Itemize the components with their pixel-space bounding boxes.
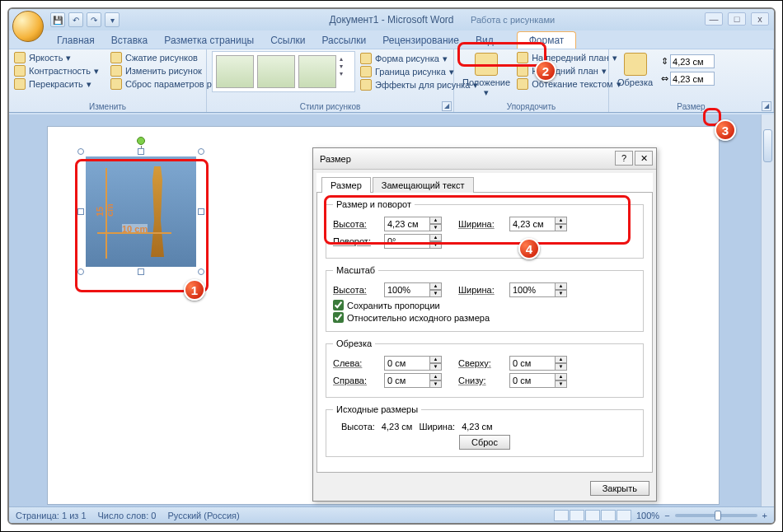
recolor-button[interactable]: Перекрасить ▾ <box>14 77 99 91</box>
tab-review[interactable]: Рецензирование <box>374 32 467 49</box>
bring-front-button[interactable]: На передний план ▾ <box>517 51 621 64</box>
resize-handle[interactable] <box>198 268 204 275</box>
text-wrap-button[interactable]: Обтекание текстом ▾ <box>517 77 621 91</box>
dialog-title: Размер <box>320 154 351 164</box>
tab-home[interactable]: Главная <box>49 32 103 49</box>
crop-bottom-label: Снизу: <box>458 376 504 385</box>
tab-insert[interactable]: Вставка <box>103 32 157 49</box>
lock-aspect-label: Сохранить пропорции <box>347 301 440 310</box>
rotation-label: Поворот: <box>333 236 379 246</box>
ribbon: Яркость ▾ Контрастность ▾ Перекрасить ▾ … <box>9 49 774 113</box>
width-icon: ⇔ <box>661 73 668 84</box>
picture-styles-gallery[interactable]: ▴▾▾ <box>212 51 355 92</box>
status-lang[interactable]: Русский (Россия) <box>167 511 239 520</box>
reset-button[interactable]: Сброс <box>459 435 510 450</box>
height-label: Высота: <box>333 219 379 229</box>
ribbon-tabs: Главная Вставка Разметка страницы Ссылки… <box>49 30 774 49</box>
minimize-button[interactable]: — <box>705 12 723 26</box>
position-button[interactable]: Положение ▾ <box>459 51 513 100</box>
group-scale: Масштаб Высота: ▲▼ Ширина: ▲▼ Сохранить … <box>326 265 644 332</box>
styles-launcher-icon[interactable]: ◢ <box>442 101 452 111</box>
width-input[interactable] <box>509 217 556 231</box>
tab-format[interactable]: Формат <box>517 31 577 49</box>
crop-right-label: Справа: <box>333 376 379 385</box>
send-back-button[interactable]: На задний план ▾ <box>517 64 621 77</box>
status-words[interactable]: Число слов: 0 <box>98 511 157 520</box>
group-crop-label: Обрезка <box>333 338 375 348</box>
group-original-label: Исходные размеры <box>333 404 421 414</box>
rotation-input[interactable] <box>384 234 430 249</box>
scale-width-input[interactable] <box>509 282 556 297</box>
resize-handle[interactable] <box>198 208 204 215</box>
selected-picture[interactable]: 10 cm 15 cm <box>81 152 201 272</box>
quick-access-toolbar: 💾 ↶ ↷ ▾ <box>50 12 120 27</box>
view-buttons[interactable] <box>554 510 631 521</box>
statusbar: Страница: 1 из 1 Число слов: 0 Русский (… <box>9 506 774 523</box>
dialog-tab-alt-text[interactable]: Замещающий текст <box>373 177 474 193</box>
zoom-value[interactable]: 100% <box>636 511 659 520</box>
tab-page-layout[interactable]: Разметка страницы <box>156 32 262 49</box>
resize-handle[interactable] <box>77 148 84 155</box>
window-title: Документ1 - Microsoft Word <box>329 14 453 26</box>
ribbon-height-input[interactable] <box>670 54 715 68</box>
scale-height-label: Высота: <box>333 285 379 295</box>
relative-original-label: Относительно исходного размера <box>347 313 490 323</box>
rotation-handle[interactable] <box>137 137 145 145</box>
context-tab-title: Работа с рисунками <box>471 15 555 25</box>
tab-view[interactable]: Вид <box>467 32 502 49</box>
status-page[interactable]: Страница: 1 из 1 <box>16 511 87 520</box>
relative-original-checkbox[interactable] <box>333 312 344 323</box>
crop-top-input[interactable] <box>509 356 556 371</box>
resize-handle[interactable] <box>77 268 84 275</box>
close-button[interactable]: x <box>751 12 769 26</box>
dialog-help-button[interactable]: ? <box>615 151 633 166</box>
group-size-rotate-label: Размер и поворот <box>333 199 415 209</box>
picture-content: 10 cm 15 cm <box>86 156 196 267</box>
picture-width-label: 10 cm <box>122 224 148 234</box>
height-input[interactable] <box>384 217 430 231</box>
redo-icon[interactable]: ↷ <box>87 12 101 27</box>
save-icon[interactable]: 💾 <box>50 12 65 27</box>
crop-top-label: Сверху: <box>458 358 504 368</box>
original-width-value: 4,23 см <box>462 422 493 432</box>
zoom-in-button[interactable]: + <box>762 511 767 520</box>
group-adjust-label: Изменить <box>9 102 206 111</box>
tab-references[interactable]: Ссылки <box>262 32 313 49</box>
resize-handle[interactable] <box>77 208 84 215</box>
office-button[interactable] <box>12 11 44 42</box>
width-label: Ширина: <box>458 219 504 229</box>
crop-button[interactable]: Обрезка <box>614 51 656 89</box>
crop-left-input[interactable] <box>384 356 430 371</box>
badge-3: 3 <box>715 119 736 141</box>
crop-bottom-input[interactable] <box>509 373 556 388</box>
titlebar: 💾 ↶ ↷ ▾ Документ1 - Microsoft Word Работ… <box>9 9 774 30</box>
resize-handle[interactable] <box>138 268 144 275</box>
crop-left-label: Слева: <box>333 358 379 368</box>
group-styles-label: Стили рисунков <box>300 102 361 111</box>
scale-width-label: Ширина: <box>458 285 504 295</box>
contrast-button[interactable]: Контрастность ▾ <box>14 64 99 77</box>
group-size-label: Размер <box>677 102 705 111</box>
group-arrange-label: Упорядочить <box>454 102 608 111</box>
close-dialog-button[interactable]: Закрыть <box>590 481 649 496</box>
size-dialog: Размер ? ✕ Размер Замещающий текст Разме… <box>312 147 657 502</box>
scale-height-input[interactable] <box>384 282 430 297</box>
ribbon-width-input[interactable] <box>670 72 715 86</box>
dialog-tab-size[interactable]: Размер <box>321 177 371 193</box>
brightness-button[interactable]: Яркость ▾ <box>14 51 99 64</box>
undo-icon[interactable]: ↶ <box>68 12 83 27</box>
badge-2: 2 <box>535 60 556 82</box>
qat-more-icon[interactable]: ▾ <box>105 12 120 27</box>
size-launcher-icon[interactable]: ◢ <box>762 101 771 111</box>
resize-handle[interactable] <box>198 148 204 155</box>
maximize-button[interactable]: □ <box>728 12 746 26</box>
resize-handle[interactable] <box>138 148 144 155</box>
vertical-scrollbar[interactable] <box>761 114 774 506</box>
zoom-slider[interactable] <box>675 514 757 517</box>
tab-mailings[interactable]: Рассылки <box>313 32 374 49</box>
dialog-close-button[interactable]: ✕ <box>635 151 653 166</box>
crop-right-input[interactable] <box>384 373 430 388</box>
lock-aspect-checkbox[interactable] <box>333 300 344 310</box>
zoom-out-button[interactable]: − <box>664 511 669 520</box>
group-crop: Обрезка Слева: ▲▼ Сверху: ▲▼ Справа: ▲▼ … <box>326 338 644 398</box>
